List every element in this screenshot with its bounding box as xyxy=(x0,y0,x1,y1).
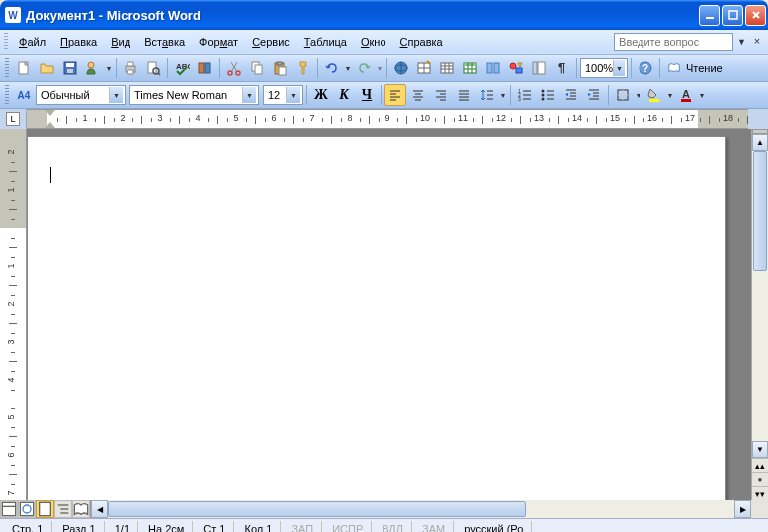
status-track[interactable]: ИСПР xyxy=(324,521,372,532)
reading-mode-button[interactable]: Чтение xyxy=(663,57,732,79)
research-button[interactable] xyxy=(194,57,216,79)
vertical-ruler[interactable]: 2112345678 xyxy=(0,129,27,500)
increase-indent-button[interactable] xyxy=(583,84,605,106)
permissions-dropdown-icon[interactable]: ▼ xyxy=(105,57,113,79)
menu-item[interactable]: Справка xyxy=(393,33,450,51)
permissions-button[interactable] xyxy=(82,57,104,79)
align-center-button[interactable] xyxy=(407,84,429,106)
status-pages[interactable]: 1/1 xyxy=(107,521,138,532)
print-button[interactable] xyxy=(120,57,141,79)
close-button[interactable] xyxy=(745,5,766,26)
style-dropdown-icon[interactable]: ▼ xyxy=(109,87,123,103)
font-dropdown-icon[interactable]: ▼ xyxy=(242,87,256,103)
redo-dropdown-icon[interactable]: ▼ xyxy=(376,57,384,79)
new-document-button[interactable] xyxy=(13,57,35,79)
scroll-right-button[interactable]: ▶ xyxy=(734,500,751,518)
reading-layout-view-button[interactable] xyxy=(72,500,90,518)
highlight-button[interactable] xyxy=(643,84,665,106)
hscroll-track[interactable] xyxy=(108,500,734,518)
web-layout-view-button[interactable] xyxy=(18,500,36,518)
help-search-input[interactable] xyxy=(614,33,733,51)
status-line[interactable]: Ст 1 xyxy=(195,521,234,532)
copy-button[interactable] xyxy=(246,57,268,79)
font-combo[interactable]: Times New Roman ▼ xyxy=(129,85,259,105)
bold-button[interactable]: Ж xyxy=(310,84,332,106)
help-button[interactable]: ? xyxy=(635,57,656,79)
tables-borders-button[interactable] xyxy=(413,57,435,79)
line-spacing-button[interactable] xyxy=(476,84,498,106)
undo-button[interactable] xyxy=(321,57,343,79)
status-ovr[interactable]: ЗАМ xyxy=(414,521,454,532)
align-justify-button[interactable] xyxy=(453,84,475,106)
scroll-up-button[interactable]: ▲ xyxy=(752,134,768,151)
menu-item[interactable]: Файл xyxy=(12,33,53,51)
status-section[interactable]: Разд 1 xyxy=(54,521,104,532)
horizontal-ruler[interactable]: 123456789101112131415161718 xyxy=(27,109,748,129)
columns-button[interactable] xyxy=(482,57,504,79)
line-spacing-dropdown-icon[interactable]: ▼ xyxy=(499,84,507,106)
next-page-button[interactable]: ▾▾ xyxy=(752,486,768,500)
status-page[interactable]: Стр. 1 xyxy=(4,521,52,532)
document-page[interactable] xyxy=(27,136,726,500)
hanging-indent-marker[interactable] xyxy=(45,122,55,128)
vscroll-track[interactable] xyxy=(752,151,768,441)
document-viewport[interactable] xyxy=(27,129,751,500)
status-column[interactable]: Кол 1 xyxy=(236,521,281,532)
size-dropdown-icon[interactable]: ▼ xyxy=(286,87,300,103)
status-rec[interactable]: ЗАП xyxy=(283,521,322,532)
zoom-dropdown-icon[interactable]: ▼ xyxy=(613,60,625,76)
italic-button[interactable]: К xyxy=(333,84,355,106)
print-layout-view-button[interactable] xyxy=(36,500,54,518)
normal-view-button[interactable] xyxy=(0,500,18,518)
size-combo[interactable]: 12 ▼ xyxy=(263,85,303,105)
status-language[interactable]: русский (Ро xyxy=(456,521,532,532)
save-button[interactable] xyxy=(59,57,81,79)
maximize-button[interactable] xyxy=(722,5,743,26)
menu-item[interactable]: Сервис xyxy=(245,33,297,51)
align-left-button[interactable] xyxy=(384,84,406,106)
menu-item[interactable]: Таблица xyxy=(297,33,354,51)
first-line-indent-marker[interactable] xyxy=(45,110,55,116)
menu-item[interactable]: Вставка xyxy=(137,33,192,51)
tab-selector-button[interactable]: L xyxy=(6,112,20,126)
menu-item[interactable]: Вид xyxy=(104,33,137,51)
vscroll-thumb[interactable] xyxy=(753,151,767,271)
print-preview-button[interactable] xyxy=(142,57,164,79)
paste-button[interactable] xyxy=(269,57,291,79)
open-button[interactable] xyxy=(36,57,58,79)
spellcheck-button[interactable]: ABC xyxy=(171,57,193,79)
document-map-button[interactable] xyxy=(528,57,550,79)
menubar-grip[interactable] xyxy=(4,33,8,51)
zoom-combo[interactable]: 100% ▼ xyxy=(580,58,628,78)
insert-table-button[interactable] xyxy=(436,57,458,79)
borders-dropdown-icon[interactable]: ▼ xyxy=(635,84,642,106)
menu-item[interactable]: Формат xyxy=(192,33,245,51)
hscroll-thumb[interactable] xyxy=(108,501,526,517)
menu-item[interactable]: Окно xyxy=(354,33,393,51)
numbered-list-button[interactable]: 123 xyxy=(514,84,536,106)
format-painter-button[interactable] xyxy=(292,57,314,79)
font-color-dropdown-icon[interactable]: ▼ xyxy=(698,84,706,106)
scroll-left-button[interactable]: ◀ xyxy=(91,500,108,518)
borders-button[interactable] xyxy=(612,84,634,106)
scroll-down-button[interactable]: ▼ xyxy=(752,441,768,458)
hyperlink-button[interactable] xyxy=(390,57,412,79)
status-at[interactable]: На 2см xyxy=(140,521,193,532)
browse-object-button[interactable]: ● xyxy=(752,472,768,486)
menu-close-icon[interactable]: × xyxy=(750,35,764,49)
help-dropdown-icon[interactable]: ▼ xyxy=(737,37,746,47)
prev-page-button[interactable]: ▴▴ xyxy=(752,458,768,472)
show-formatting-button[interactable]: ¶ xyxy=(551,57,573,79)
styles-pane-button[interactable]: A4 xyxy=(13,84,35,106)
minimize-button[interactable] xyxy=(699,5,720,26)
status-ext[interactable]: ВДЛ xyxy=(374,521,412,532)
menu-item[interactable]: Правка xyxy=(53,33,104,51)
underline-button[interactable]: Ч xyxy=(356,84,378,106)
font-color-button[interactable]: A xyxy=(675,84,697,106)
toolbar-grip[interactable] xyxy=(5,58,9,78)
cut-button[interactable] xyxy=(223,57,245,79)
highlight-dropdown-icon[interactable]: ▼ xyxy=(666,84,674,106)
insert-spreadsheet-button[interactable] xyxy=(459,57,481,79)
outline-view-button[interactable] xyxy=(54,500,72,518)
align-right-button[interactable] xyxy=(430,84,452,106)
